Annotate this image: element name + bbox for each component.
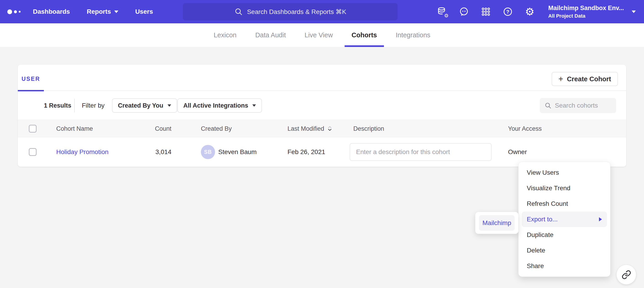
settings-gear-icon[interactable]: ⚙ (524, 6, 536, 17)
nav-link-users[interactable]: Users (135, 8, 153, 15)
export-submenu: Mailchimp (475, 212, 518, 234)
access-value: Owner (508, 148, 527, 156)
submenu-item-mailchimp[interactable]: Mailchimp (479, 215, 515, 231)
secondary-navigation: Lexicon Data Audit Live View Cohorts Int… (0, 23, 644, 47)
menu-item-view-users[interactable]: View Users (518, 165, 610, 180)
panel-header: USER + Create Cohort (18, 65, 626, 91)
project-scope: All Project Data (548, 13, 624, 19)
chevron-down-icon (114, 11, 118, 13)
project-chevron-down-icon[interactable] (632, 11, 636, 13)
data-management-icon[interactable]: ⚙ (436, 6, 448, 17)
tab-live-view[interactable]: Live View (298, 23, 340, 47)
help-icon[interactable]: ? (502, 6, 514, 17)
row-checkbox[interactable] (29, 148, 36, 156)
cohort-count: 3,014 (116, 148, 172, 156)
cohort-search-box (540, 98, 616, 113)
feedback-icon[interactable] (458, 6, 470, 17)
last-modified-date: Feb 26, 2021 (288, 148, 325, 156)
header-cohort-name: Cohort Name (56, 125, 93, 132)
sort-icon (327, 126, 332, 132)
global-search-placeholder: Search Dashboards & Reports ⌘K (247, 8, 346, 16)
table-header-row: Cohort Name Count Created By Last Modifi… (18, 120, 626, 137)
svg-text:?: ? (506, 9, 509, 15)
description-input[interactable] (350, 143, 492, 161)
chevron-down-icon (168, 104, 171, 107)
menu-item-share[interactable]: Share (518, 258, 610, 274)
tab-lexicon[interactable]: Lexicon (207, 23, 244, 47)
filter-toolbar: 1 Results Filter by Created By You All A… (18, 91, 626, 120)
plus-icon: + (558, 76, 563, 82)
menu-item-duplicate[interactable]: Duplicate (518, 227, 610, 243)
project-name: Mailchimp Sandbox Env... (548, 5, 624, 12)
search-icon (544, 102, 552, 109)
cohort-name-link[interactable]: Holiday Promotion (56, 148, 108, 156)
menu-item-delete[interactable]: Delete (518, 243, 610, 258)
header-count: Count (116, 125, 172, 132)
header-description: Description (353, 125, 384, 132)
tab-user-cohorts[interactable]: USER (18, 65, 44, 91)
row-context-menu: View Users Visualize Trend Refresh Count… (518, 162, 610, 277)
menu-item-refresh-count[interactable]: Refresh Count (518, 196, 610, 212)
filter-by-label: Filter by (82, 102, 105, 109)
tab-cohorts[interactable]: Cohorts (344, 23, 384, 47)
menu-item-export-to[interactable]: Export to... (522, 212, 607, 227)
filter-created-by-dropdown[interactable]: Created By You (112, 98, 177, 113)
menu-item-visualize-trend[interactable]: Visualize Trend (518, 180, 610, 196)
copy-link-floating-button[interactable] (616, 265, 636, 284)
cohorts-panel: USER + Create Cohort 1 Results Filter by… (18, 65, 626, 167)
mixpanel-logo-icon[interactable] (7, 9, 24, 14)
created-by-name: Steven Baum (218, 148, 257, 156)
header-your-access: Your Access (508, 125, 542, 132)
submenu-arrow-icon (599, 217, 602, 221)
apps-grid-icon[interactable] (480, 6, 492, 17)
nav-link-reports[interactable]: Reports (87, 8, 118, 15)
search-icon (234, 7, 243, 16)
chevron-down-icon (252, 104, 256, 107)
select-all-checkbox[interactable] (29, 125, 36, 132)
header-last-modified[interactable]: Last Modified (288, 125, 332, 132)
mini-gear-icon: ⚙ (444, 13, 448, 18)
cohort-search-input[interactable] (555, 102, 612, 109)
link-icon (622, 270, 631, 279)
divider (74, 99, 75, 112)
tab-integrations[interactable]: Integrations (389, 23, 438, 47)
project-selector[interactable]: Mailchimp Sandbox Env... All Project Dat… (548, 5, 624, 19)
primary-nav-links: Dashboards Reports Users (33, 8, 153, 15)
global-search-button[interactable]: Search Dashboards & Reports ⌘K (183, 3, 398, 20)
nav-link-dashboards[interactable]: Dashboards (33, 8, 70, 15)
results-count: 1 Results (44, 102, 71, 109)
top-navigation-bar: Dashboards Reports Users Search Dashboar… (0, 0, 644, 23)
header-created-by: Created By (201, 125, 232, 132)
topnav-right-cluster: ⚙ ? ⚙ Mailchimp Sandbox Env. (426, 0, 637, 23)
create-cohort-button[interactable]: + Create Cohort (552, 72, 618, 86)
tab-data-audit[interactable]: Data Audit (248, 23, 293, 47)
filter-integrations-dropdown[interactable]: All Active Integrations (177, 98, 262, 113)
avatar: SB (201, 145, 215, 159)
